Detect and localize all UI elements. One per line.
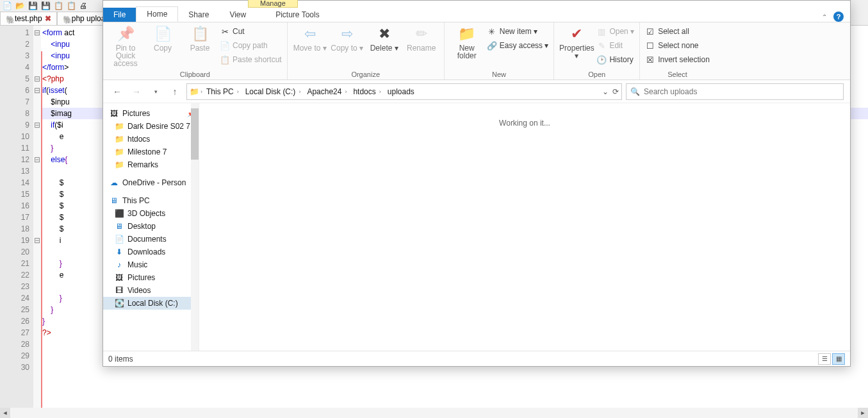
- scroll-left-icon[interactable]: ◄: [0, 408, 10, 418]
- history-button[interactable]: 🕑History: [596, 53, 634, 66]
- breadcrumb-item[interactable]: Local Disk (C:)›: [243, 87, 304, 96]
- save-icon[interactable]: 💾: [28, 1, 37, 10]
- select-all-label: Select all: [658, 27, 689, 36]
- nav-item-remarks[interactable]: 📁Remarks: [103, 158, 199, 171]
- copy-button[interactable]: 📄 Copy: [145, 25, 180, 52]
- new-item-button[interactable]: ✳New item ▾: [487, 25, 549, 38]
- breadcrumb-item[interactable]: htdocs›: [350, 87, 383, 96]
- new-item-icon: ✳: [487, 26, 497, 37]
- paste-shortcut-icon: 📋: [220, 54, 230, 65]
- close-icon[interactable]: ✖: [45, 14, 51, 23]
- pin-quick-access-button[interactable]: 📌 Pin to Quick access: [108, 25, 143, 67]
- ribbon-tab-view[interactable]: View: [219, 8, 256, 22]
- refresh-icon[interactable]: ⟳: [612, 87, 619, 96]
- select-all-button[interactable]: ☑Select all: [645, 25, 710, 38]
- ribbon-tab-picture-tools[interactable]: Picture Tools: [265, 8, 329, 22]
- delete-button[interactable]: ✖Delete ▾: [367, 25, 402, 52]
- collapse-ribbon-icon[interactable]: ⌃: [822, 13, 827, 21]
- chevron-right-icon[interactable]: ›: [201, 88, 202, 95]
- breadcrumb-item[interactable]: This PC›: [204, 87, 242, 96]
- nav-recent-dropdown[interactable]: ▾: [148, 84, 163, 99]
- copy-icon[interactable]: 📋: [54, 1, 63, 10]
- nav-item-music[interactable]: ♪Music: [103, 258, 199, 271]
- help-icon[interactable]: ?: [833, 12, 844, 22]
- nav-label: OneDrive - Person: [122, 178, 186, 187]
- move-to-button[interactable]: ⇦Move to ▾: [293, 25, 327, 52]
- paste-label: Paste: [190, 44, 210, 52]
- file-tab-testphp[interactable]: 🐘 test.php ✖: [0, 12, 57, 25]
- breadcrumb-item[interactable]: uploads: [385, 87, 417, 96]
- navigation-pane[interactable]: 🖼Pictures📌 📁Dark Desire S02 7 📁htdocs 📁M…: [103, 103, 199, 351]
- cut-button[interactable]: ✂Cut: [220, 25, 282, 38]
- invert-selection-label: Invert selection: [658, 55, 710, 64]
- ribbon-group-select: ☑Select all ☐Select none ☒Invert selecti…: [640, 22, 715, 79]
- scroll-right-icon[interactable]: ►: [858, 408, 868, 418]
- new-icon[interactable]: 📄: [3, 1, 12, 10]
- edit-button[interactable]: ✎Edit: [596, 39, 634, 52]
- file-tab-label: test.php: [15, 14, 42, 23]
- move-to-icon: ⇦: [300, 25, 320, 43]
- nav-up-button[interactable]: ↑: [167, 84, 183, 99]
- select-none-icon: ☐: [645, 40, 655, 51]
- view-large-icons-button[interactable]: ▦: [832, 353, 845, 365]
- content-pane[interactable]: Working on it...: [199, 103, 850, 351]
- open-icon[interactable]: 📂: [15, 1, 24, 10]
- saveall-icon[interactable]: 💾: [41, 1, 50, 10]
- scrollbar-thumb[interactable]: [191, 108, 199, 160]
- nav-label: Downloads: [127, 247, 165, 256]
- ribbon-tab-share[interactable]: Share: [178, 8, 219, 22]
- nav-item-3dobjects[interactable]: ⬛3D Objects: [103, 207, 199, 220]
- scroll-track[interactable]: [10, 408, 858, 418]
- breadcrumb-item[interactable]: Apache24›: [304, 87, 349, 96]
- rename-button[interactable]: ✏Rename: [404, 25, 439, 52]
- nav-item-videos[interactable]: 🎞Videos: [103, 284, 199, 297]
- easy-access-label: Easy access ▾: [500, 41, 549, 50]
- new-item-label: New item ▾: [500, 27, 537, 36]
- horizontal-scrollbar[interactable]: ◄ ►: [0, 408, 868, 418]
- nav-label: Local Disk (C:): [127, 299, 178, 308]
- php-icon: 🐘: [6, 15, 12, 22]
- select-none-button[interactable]: ☐Select none: [645, 39, 710, 52]
- nav-item-documents[interactable]: 📄Documents: [103, 233, 199, 246]
- nav-item-htdocs[interactable]: 📁htdocs: [103, 133, 199, 146]
- copy-path-label: Copy path: [233, 41, 268, 50]
- nav-item-thispc[interactable]: 🖥This PC: [103, 194, 199, 207]
- properties-icon: ✔: [567, 25, 586, 43]
- address-dropdown-icon[interactable]: ⌄: [602, 87, 609, 96]
- nav-item-pictures[interactable]: 🖼Pictures📌: [103, 107, 199, 120]
- ribbon-tab-file[interactable]: File: [103, 8, 136, 22]
- desktop-icon: 🖥: [115, 222, 124, 231]
- nav-item-localdisk[interactable]: 💽Local Disk (C:): [103, 297, 199, 310]
- address-bar[interactable]: 📁 › This PC› Local Disk (C:)› Apache24› …: [186, 83, 622, 100]
- search-input[interactable]: [644, 87, 839, 96]
- edit-label: Edit: [609, 41, 623, 50]
- nav-item-onedrive[interactable]: ☁OneDrive - Person: [103, 176, 199, 189]
- nav-item-downloads[interactable]: ⬇Downloads: [103, 246, 199, 258]
- copy-path-icon: 📄: [220, 40, 230, 51]
- nav-back-button[interactable]: ←: [110, 84, 125, 99]
- nav-forward-button[interactable]: →: [129, 84, 144, 99]
- paste-button[interactable]: 📋 Paste: [183, 25, 217, 52]
- print-icon[interactable]: 🖨: [79, 1, 88, 10]
- folder-icon: 📁: [190, 87, 199, 96]
- new-folder-button[interactable]: 📁New folder: [450, 25, 484, 60]
- invert-selection-button[interactable]: ☒Invert selection: [645, 53, 710, 66]
- select-all-icon: ☑: [645, 26, 655, 37]
- properties-label: Properties ▾: [559, 44, 594, 60]
- open-button[interactable]: ▥Open ▾: [596, 25, 634, 38]
- paste-shortcut-button[interactable]: 📋Paste shortcut: [220, 53, 282, 66]
- nav-item-darkdesire[interactable]: 📁Dark Desire S02 7: [103, 120, 199, 133]
- nav-label: This PC: [122, 196, 150, 205]
- ribbon-tab-home[interactable]: Home: [136, 6, 178, 22]
- paste-icon[interactable]: 📋: [67, 1, 76, 10]
- nav-item-pictures2[interactable]: 🖼Pictures: [103, 271, 199, 284]
- new-folder-label: New folder: [450, 44, 484, 60]
- easy-access-button[interactable]: 🔗Easy access ▾: [487, 39, 549, 52]
- copy-path-button[interactable]: 📄Copy path: [220, 39, 282, 52]
- copy-to-button[interactable]: ⇨Copy to ▾: [330, 25, 364, 52]
- nav-item-desktop[interactable]: 🖥Desktop: [103, 220, 199, 233]
- search-box[interactable]: 🔍: [626, 83, 844, 100]
- view-details-button[interactable]: ☰: [818, 353, 831, 365]
- nav-item-milestone7[interactable]: 📁Milestone 7: [103, 146, 199, 158]
- properties-button[interactable]: ✔Properties ▾: [559, 25, 594, 60]
